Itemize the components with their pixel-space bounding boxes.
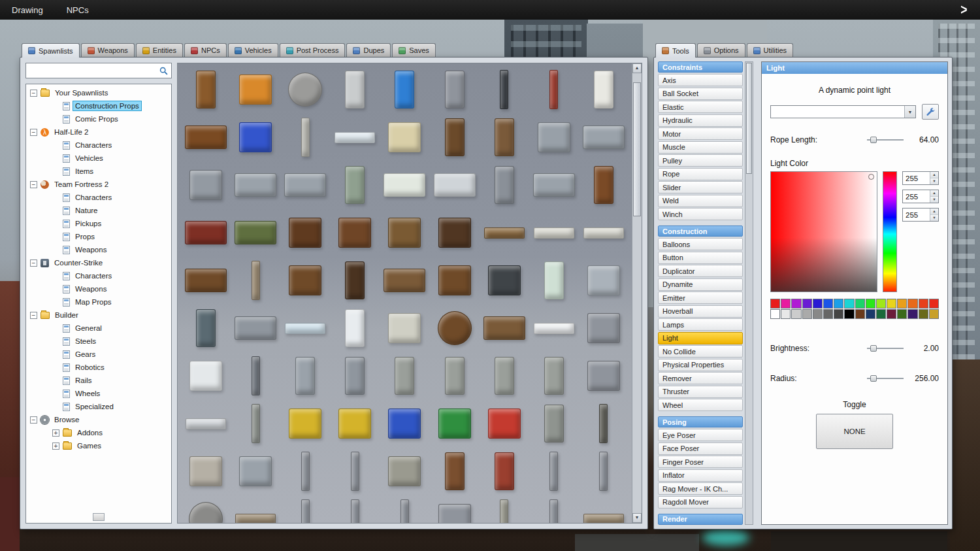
tab-vehicles[interactable]: Vehicles [228,43,278,57]
palette-swatch[interactable] [919,299,928,309]
spawnlist-searchbox[interactable] [25,63,172,78]
prop-paper-sheet[interactable] [530,307,578,349]
palette-swatch[interactable] [770,309,780,319]
prop-metal-railing[interactable] [530,164,578,206]
collapse-minus-icon[interactable]: − [30,129,37,136]
tree-item-counter-strike[interactable]: −Counter-Strike [26,256,171,269]
tool-item-dynamite[interactable]: Dynamite [658,278,743,291]
prop-red-rusty-barrel[interactable] [480,450,529,492]
tree-item-builder[interactable]: −Builder [26,309,171,322]
rope-length-slider[interactable] [867,136,904,144]
tool-item-finger-poser[interactable]: Finger Poser [658,456,743,468]
prop-black-canister[interactable] [480,69,529,110]
tool-item-physical-properties[interactable]: Physical Properties [658,359,743,371]
tree-item-nature[interactable]: Nature [26,204,171,217]
tree-item-steels[interactable]: Steels [26,335,171,348]
prop-chainlink-fence[interactable] [231,164,280,206]
tool-item-emitter[interactable]: Emitter [658,292,743,304]
tool-item-hoverball[interactable]: Hoverball [658,305,743,318]
prop-pedestal-sink[interactable] [331,307,379,349]
prop-concrete-lampshade[interactable] [182,450,230,492]
tool-item-face-poser[interactable]: Face Poser [658,442,743,455]
prop-blue-barrel[interactable] [380,69,429,110]
palette-swatch[interactable] [813,299,823,309]
tree-item-vehicles[interactable]: Vehicles [26,152,171,165]
tool-item-button[interactable]: Button [658,252,743,264]
tool-item-pulley[interactable]: Pulley [658,154,743,167]
palette-swatch[interactable] [834,299,843,309]
tool-item-ball-socket[interactable]: Ball Socket [658,88,743,100]
prop-gravestone-2[interactable] [431,355,479,397]
prop-metal-plate[interactable] [331,69,379,110]
tool-item-wheel[interactable]: Wheel [658,399,743,411]
tree-item-games[interactable]: +Games [26,439,171,452]
tool-item-thruster[interactable]: Thruster [658,386,743,398]
prop-flywheel[interactable] [182,498,230,523]
prop-bunk-bed[interactable] [431,164,479,206]
tool-item-balloons[interactable]: Balloons [658,238,743,250]
prop-radiator[interactable] [580,259,628,301]
tree-item-robotics[interactable]: Robotics [26,361,171,374]
tree-item-wheels[interactable]: Wheels [26,387,171,400]
prop-fridge[interactable] [530,259,578,301]
tree-item-general[interactable]: General [26,322,171,335]
prop-gas-heater[interactable] [480,164,529,206]
tree-item-addons[interactable]: +Addons [26,426,171,439]
tool-item-hydraulic[interactable]: Hydraulic [658,114,743,127]
preset-dropdown[interactable]: ▼ [770,105,916,118]
tab-npcs[interactable]: NPCs [184,43,227,57]
tree-item-weapons[interactable]: Weapons [26,243,171,256]
prop-glass-pane[interactable] [331,116,379,158]
expand-right-icon[interactable]: > [960,3,967,17]
tab-dupes[interactable]: Dupes [346,43,391,57]
prop-gravestone-1[interactable] [380,355,429,397]
prop-street-pole[interactable] [281,450,329,492]
prop-nightstand[interactable] [431,259,479,301]
radius-slider[interactable] [867,375,904,382]
spin-down-icon[interactable]: ▼ [930,215,938,221]
palette-swatch[interactable] [781,299,791,309]
prop-folding-table[interactable] [380,259,429,301]
tree-item-items[interactable]: Items [26,165,171,178]
tool-item-no-collide[interactable]: No Collide [658,345,743,358]
menu-drawing[interactable]: Drawing [12,5,43,15]
prop-post[interactable] [530,498,578,523]
tree-item-team-fortress-2[interactable]: −Team Fortress 2 [26,178,171,191]
props-scrollbar-track[interactable] [632,73,642,513]
palette-swatch[interactable] [887,309,896,319]
prop-green-sofa[interactable] [231,212,280,254]
spin-up-icon[interactable]: ▲ [930,190,938,197]
palette-swatch[interactable] [866,299,875,309]
tool-list-scrollbar[interactable] [745,61,753,525]
prop-jail-door[interactable] [431,69,479,110]
palette-swatch[interactable] [844,299,854,309]
color-picker-field[interactable] [770,171,877,292]
tree-item-browse[interactable]: −Browse [26,413,171,426]
toggle-key-button[interactable]: NONE [816,414,893,449]
prop-folded-mattress[interactable] [380,116,429,158]
prop-mattress-2[interactable] [580,212,628,254]
tool-item-inflator[interactable]: Inflator [658,469,743,482]
prop-rusty-barrel[interactable] [431,450,479,492]
prop-thin-pole[interactable] [580,450,628,492]
tab-saves[interactable]: Saves [392,43,436,57]
prop-gravestone-cross[interactable] [530,355,578,397]
tree-item-specialized[interactable]: Specialized [26,400,171,413]
preset-config-button[interactable] [922,104,939,120]
tree-item-gears[interactable]: Gears [26,348,171,361]
tree-item-weapons[interactable]: Weapons [26,282,171,295]
prop-wooden-cabinet[interactable] [281,212,329,254]
props-scrollbar[interactable]: ▲ ▼ [632,63,642,523]
palette-swatch[interactable] [907,299,917,309]
palette-swatch[interactable] [929,299,939,309]
tree-item-your-spawnlists[interactable]: −Your Spawnlists [26,86,171,99]
prop-gravestone-3[interactable] [480,355,529,397]
tab-spawnlists[interactable]: Spawnlists [22,43,80,58]
tool-item-rag-mover-ik-ch[interactable]: Rag Mover - IK Ch... [658,482,743,495]
tool-item-light[interactable]: Light [658,332,743,344]
tool-item-eye-poser[interactable]: Eye Poser [658,429,743,441]
prop-pole-b[interactable] [331,498,379,523]
palette-swatch[interactable] [897,309,907,319]
prop-fence-post[interactable] [530,450,578,492]
tool-item-elastic[interactable]: Elastic [658,101,743,113]
